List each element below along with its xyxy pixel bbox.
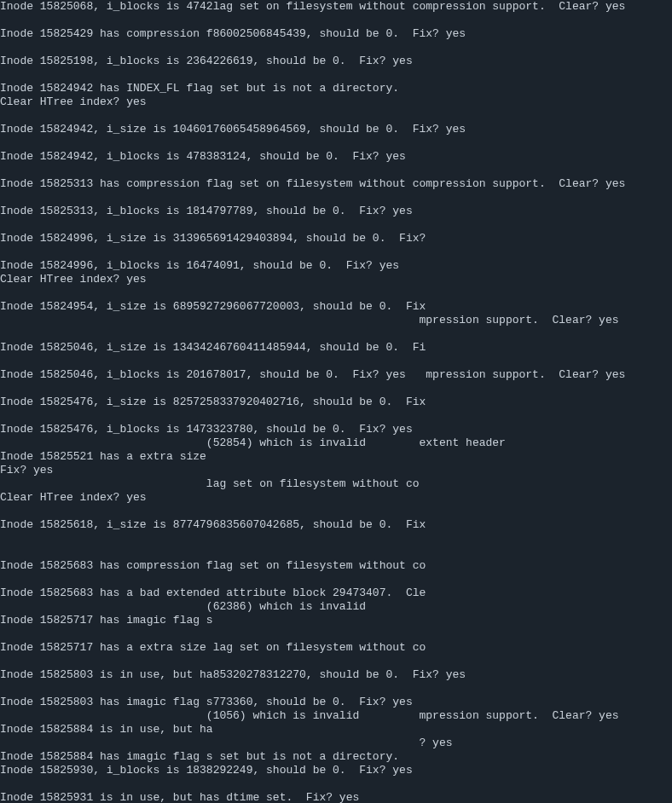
terminal-line: Inode 15824942, i_blocks is 478383124, s… <box>0 150 672 164</box>
terminal-line <box>0 655 672 668</box>
terminal-line <box>0 573 672 586</box>
terminal-line <box>0 109 672 123</box>
terminal-line <box>0 505 672 518</box>
terminal-line: (62386) which is invalid <box>0 600 672 614</box>
terminal-line: Inode 15824996, i_blocks is 16474091, sh… <box>0 259 672 273</box>
terminal-line: Inode 15825803 has imagic flag s773360, … <box>0 696 672 709</box>
terminal-line <box>0 532 672 546</box>
terminal-line: Inode 15825521 has a extra size <box>0 450 672 464</box>
terminal-line <box>0 327 672 341</box>
terminal-line: Inode 15825683 has a bad extended attrib… <box>0 586 672 600</box>
terminal-line: mpression support. Clear? yes <box>0 314 672 327</box>
terminal-line: Inode 15824954, i_size is 68959272960677… <box>0 300 672 314</box>
terminal-line: Inode 15825884 is in use, but ha <box>0 723 672 737</box>
terminal-line: Inode 15825313, i_blocks is 1814797789, … <box>0 205 672 218</box>
terminal-line <box>0 218 672 232</box>
terminal-line: Inode 15825683 has compression flag set … <box>0 559 672 573</box>
terminal-line: Inode 15825313 has compression flag set … <box>0 177 672 191</box>
terminal-line: Inode 15825429 has compression f86002506… <box>0 27 672 41</box>
terminal-line: Inode 15825930, i_blocks is 1838292249, … <box>0 764 672 777</box>
terminal-line: (52854) which is invalid extent header <box>0 436 672 450</box>
terminal-line: Inode 15825931 is in use, but has dtime … <box>0 791 672 803</box>
terminal-line <box>0 777 672 791</box>
terminal-line: Inode 15825476, i_blocks is 1473323780, … <box>0 423 672 436</box>
terminal-line: Inode 15825717 has imagic flag s <box>0 614 672 627</box>
terminal-line: Fix? yes <box>0 464 672 477</box>
terminal-line <box>0 286 672 300</box>
terminal-line <box>0 382 672 396</box>
terminal-line <box>0 14 672 27</box>
terminal-line: Inode 15825803 is in use, but ha85320278… <box>0 668 672 682</box>
terminal-line: lag set on filesystem without co <box>0 477 672 491</box>
terminal-output: Inode 15825068, i_blocks is 4742lag set … <box>0 0 672 803</box>
terminal-line: Inode 15824942 has INDEX_FL flag set but… <box>0 82 672 95</box>
terminal-line: Inode 15825884 has imagic flag s set but… <box>0 750 672 764</box>
terminal-line: Inode 15825198, i_blocks is 2364226619, … <box>0 55 672 68</box>
terminal-line: Inode 15825046, i_blocks is 201678017, s… <box>0 368 672 382</box>
terminal-line <box>0 627 672 641</box>
terminal-line: Clear HTree index? yes <box>0 95 672 109</box>
terminal-line: ? yes <box>0 737 672 750</box>
terminal-line <box>0 682 672 696</box>
terminal-line <box>0 164 672 177</box>
terminal-line <box>0 41 672 55</box>
terminal-line: Inode 15825068, i_blocks is 4742lag set … <box>0 0 672 14</box>
terminal-line <box>0 246 672 259</box>
terminal-line <box>0 355 672 368</box>
terminal-line <box>0 68 672 82</box>
terminal-line <box>0 546 672 559</box>
terminal-line: Clear HTree index? yes <box>0 273 672 286</box>
terminal-line: Inode 15824996, i_size is 31396569142940… <box>0 232 672 246</box>
terminal-line: Inode 15824942, i_size is 10460176065458… <box>0 123 672 136</box>
terminal-line <box>0 409 672 423</box>
terminal-line: Inode 15825717 has a extra size lag set … <box>0 641 672 655</box>
terminal-line: Inode 15825476, i_size is 82572583379204… <box>0 396 672 409</box>
terminal-line: Inode 15825046, i_size is 13434246760411… <box>0 341 672 355</box>
terminal-line <box>0 191 672 205</box>
terminal-line: (1056) which is invalid mpression suppor… <box>0 709 672 723</box>
terminal-line <box>0 136 672 150</box>
terminal-line: Inode 15825618, i_size is 87747968356070… <box>0 518 672 532</box>
terminal-line: Clear HTree index? yes <box>0 491 672 505</box>
